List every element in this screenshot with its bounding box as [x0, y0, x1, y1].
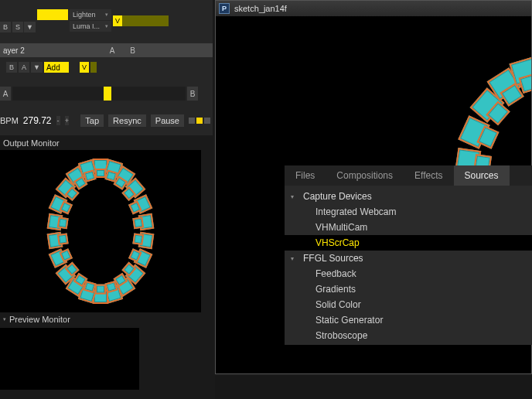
- output-monitor: [0, 150, 201, 312]
- preview-monitor: [0, 328, 139, 390]
- layer-b-volume-bar[interactable]: [90, 62, 97, 73]
- tab-compositions[interactable]: Compositions: [326, 165, 404, 186]
- disclosure-triangle-icon: ▾: [291, 255, 298, 262]
- layer-ab-b[interactable]: B: [130, 46, 135, 55]
- crossfader-handle[interactable]: [104, 87, 111, 101]
- layer-b-v-toggle[interactable]: V: [80, 62, 89, 73]
- bpm-value[interactable]: 279.72: [23, 115, 52, 126]
- tree-item-solid-color[interactable]: Solid Color: [285, 297, 532, 312]
- layer-row-b: B A ▼ Add V: [0, 62, 97, 73]
- layer-b-alpha[interactable]: A: [19, 62, 29, 73]
- tree-item-feedback[interactable]: Feedback: [285, 266, 532, 281]
- bpm-tap[interactable]: Tap: [80, 114, 104, 127]
- layer-ab-a[interactable]: A: [110, 46, 115, 55]
- bpm-plus[interactable]: +: [65, 116, 69, 125]
- deck-area: B S ▼ Lighten ▾ Luma I... ▾ V: [0, 0, 213, 135]
- preview-window-titlebar[interactable]: P sketch_jan14f: [216, 1, 531, 16]
- crossfader-b-cap[interactable]: B: [187, 87, 198, 101]
- bpm-minus[interactable]: -: [56, 116, 60, 125]
- layer-name-label: ayer 2: [3, 46, 25, 55]
- preview-window-title: sketch_jan14f: [234, 4, 287, 13]
- sources-tabbar: Files Compositions Effects Sources: [285, 165, 532, 186]
- tab-files[interactable]: Files: [285, 165, 326, 186]
- tree-group-capture-devices[interactable]: ▾ Capture Devices: [285, 189, 532, 204]
- layer-b-dropdown[interactable]: ▼: [31, 62, 43, 73]
- layer-a-bypass[interactable]: B: [0, 22, 11, 32]
- below-preview-strip: [215, 376, 532, 399]
- tree-item-vhmulticam[interactable]: VHMultiCam: [285, 220, 532, 235]
- layer-name-strip[interactable]: ayer 2 A B: [0, 43, 213, 57]
- chevron-down-icon: ▾: [105, 23, 108, 29]
- ab-crossfader[interactable]: A B: [0, 87, 198, 101]
- tree-item-gradients[interactable]: Gradients: [285, 281, 532, 297]
- layer-a-blend-mode[interactable]: Lighten ▾: [70, 9, 111, 20]
- processing-icon: P: [219, 3, 230, 14]
- crossfader-track[interactable]: [12, 87, 186, 101]
- disclosure-triangle-icon: ▾: [3, 316, 6, 322]
- layer-b-bypass[interactable]: B: [6, 62, 17, 73]
- bpm-pause[interactable]: Pause: [151, 114, 184, 127]
- layer-a-v-toggle[interactable]: V: [113, 15, 122, 26]
- layer-a-dropdown[interactable]: ▼: [24, 22, 36, 32]
- sources-panel: Files Compositions Effects Sources ▾ Cap…: [285, 165, 532, 345]
- bpm-label: BPM: [0, 116, 19, 125]
- bpm-beat-indicator: [189, 118, 210, 124]
- layer-b-blend-mode[interactable]: Add: [44, 62, 69, 73]
- layer-a-blend-mode-label: Lighten: [73, 11, 96, 19]
- preview-monitor-title[interactable]: ▾ Preview Monitor: [0, 312, 201, 326]
- sources-tree: ▾ Capture Devices Integrated Webcam VHMu…: [285, 186, 532, 346]
- layer-a-blend-sub-label: Luma I...: [73, 22, 100, 30]
- layer-row-a: B S ▼ Lighten ▾ Luma I... ▾ V: [0, 8, 169, 34]
- layer-a-blend-sub[interactable]: Luma I... ▾: [70, 21, 111, 32]
- bpm-row: BPM 279.72 - + Tap Resync Pause: [0, 113, 210, 128]
- tab-sources[interactable]: Sources: [454, 165, 510, 186]
- output-monitor-title[interactable]: Output Monitor: [0, 136, 201, 150]
- tree-group-ffgl-sources[interactable]: ▾ FFGL Sources: [285, 251, 532, 266]
- tree-item-static-generator[interactable]: Static Generator: [285, 312, 532, 328]
- tree-item-stroboscope[interactable]: Stroboscope: [285, 328, 532, 343]
- crossfader-a-cap[interactable]: A: [0, 87, 11, 101]
- disclosure-triangle-icon: ▾: [291, 193, 298, 200]
- tree-item-integrated-webcam[interactable]: Integrated Webcam: [285, 204, 532, 220]
- left-column: Output Monitor ▾ Preview Monitor: [0, 136, 201, 399]
- layer-a-solo[interactable]: S: [12, 22, 23, 32]
- bpm-resync[interactable]: Resync: [108, 114, 146, 127]
- tree-item-vhscrcap[interactable]: VHScrCap: [285, 235, 532, 251]
- layer-a-active-clip[interactable]: [37, 9, 68, 20]
- layer-a-volume-bar[interactable]: [122, 15, 169, 26]
- chevron-down-icon: ▾: [105, 12, 108, 18]
- tab-effects[interactable]: Effects: [404, 165, 453, 186]
